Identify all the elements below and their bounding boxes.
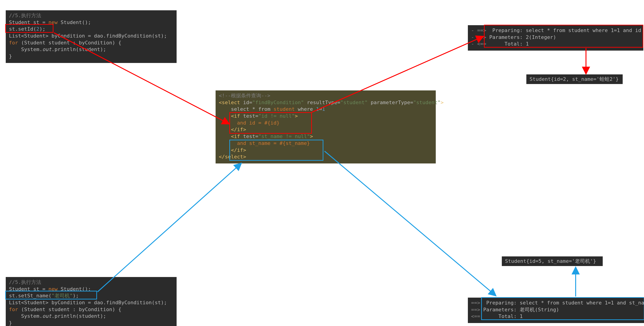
code-block: //5.执行方法 Student st = new Student(); st.… (9, 12, 174, 60)
highlight-setstname (5, 291, 97, 300)
java-panel-setid: //5.执行方法 Student st = new Student(); st.… (6, 10, 176, 63)
output-id: Student{id=2, st_name='蛙蛙2'} (526, 74, 623, 84)
arrow-setstname-to-if (98, 164, 241, 292)
highlight-log-stname (481, 297, 644, 320)
code-block: //5.执行方法 Student st = new Student(); st.… (9, 279, 174, 326)
highlight-setid (5, 24, 54, 33)
output-text: Student{id=5, st_name='老司机'} (505, 258, 600, 265)
java-panel-setstname: //5.执行方法 Student st = new Student(); st.… (6, 277, 176, 326)
output-stname: Student{id=5, st_name='老司机'} (502, 256, 603, 266)
arrow-if-to-logstname (324, 151, 496, 295)
output-text: Student{id=2, st_name='蛙蛙2'} (530, 76, 620, 83)
highlight-log-id (484, 25, 643, 48)
highlight-if-stname (229, 140, 324, 161)
highlight-if-id (229, 112, 312, 134)
